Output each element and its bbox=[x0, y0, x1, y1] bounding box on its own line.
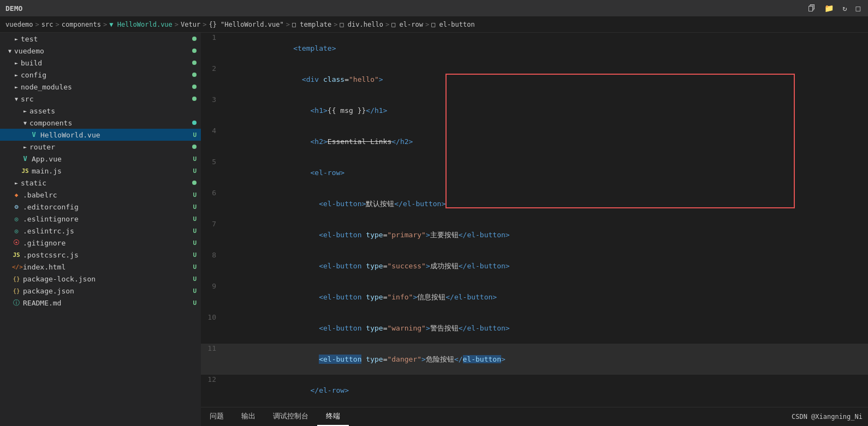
sidebar-item-postcssrc-js[interactable]: JS .postcssrc.js U bbox=[0, 249, 201, 261]
bottom-right-text: CSDN @Xiangning_Ni bbox=[792, 413, 868, 421]
line-content-10[interactable]: <el-button type="warning">警告按钮</el-butto… bbox=[223, 313, 868, 344]
token: 危险按钮 bbox=[426, 355, 454, 363]
line-num-8: 8 bbox=[201, 250, 223, 281]
sidebar-item-config[interactable]: ► config bbox=[0, 69, 201, 81]
sidebar-item-router[interactable]: ► router bbox=[0, 141, 201, 153]
line-content-2[interactable]: <div class="hello"> bbox=[223, 64, 868, 95]
collapse-icon[interactable]: □ bbox=[854, 3, 863, 14]
sidebar-item-helloworld-vue[interactable]: V HelloWorld.vue U bbox=[0, 129, 201, 141]
sidebar-label-src: src bbox=[21, 95, 192, 103]
sidebar-item-editorconfig[interactable]: ⚙ .editorconfig U bbox=[0, 201, 201, 213]
line-content-6[interactable]: <el-button>默认按钮</el-button> bbox=[223, 188, 868, 219]
sidebar-item-package-json[interactable]: {} package.json U bbox=[0, 285, 201, 297]
line-content-8[interactable]: <el-button type="success">成功按钮</el-butto… bbox=[223, 250, 868, 281]
code-line-10: 10 <el-button type="warning">警告按钮</el-bu… bbox=[201, 313, 868, 344]
sidebar-item-readme-md[interactable]: ⓘ README.md U bbox=[0, 297, 201, 309]
sidebar-label-router: router bbox=[29, 143, 192, 151]
token: Essential Links bbox=[328, 137, 391, 146]
line-content-7[interactable]: <el-button type="primary">主要按钮</el-butto… bbox=[223, 219, 868, 250]
eslint-rc-icon: ◎ bbox=[12, 227, 21, 235]
refresh-icon[interactable]: ↻ bbox=[840, 3, 849, 14]
new-folder-icon[interactable]: 📁 bbox=[822, 3, 836, 14]
sidebar-item-babelrc[interactable]: ◆ .babelrc U bbox=[0, 189, 201, 201]
token: <el-button bbox=[319, 293, 361, 301]
code-container[interactable]: 1 <template> 2 <div class="hello"> bbox=[201, 33, 868, 407]
diamond-babelrc-icon: ◆ bbox=[12, 191, 21, 199]
token: "danger" bbox=[387, 355, 421, 363]
sidebar-item-node-modules[interactable]: ► node_modules bbox=[0, 81, 201, 93]
token bbox=[285, 355, 319, 363]
breadcrumb-vuedemo[interactable]: vuedemo bbox=[5, 21, 33, 28]
sidebar-item-build[interactable]: ► build bbox=[0, 57, 201, 69]
line-content-13[interactable]: <ul> bbox=[223, 406, 868, 407]
line-content-12[interactable]: </el-row> bbox=[223, 375, 868, 406]
breadcrumb-helloworld-vue[interactable]: ▼ HelloWorld.vue bbox=[109, 21, 173, 28]
vue-file-icon: V bbox=[29, 131, 38, 139]
status-dot-components bbox=[192, 121, 197, 125]
line-num-13: 13 bbox=[201, 406, 223, 407]
chevron-right-assets-icon: ► bbox=[21, 108, 29, 114]
sidebar-label-eslintrc-js: .eslintrc.js bbox=[23, 227, 193, 235]
token-selected-close: el-button bbox=[463, 355, 501, 363]
sidebar-label-eslintignore: .eslintignore bbox=[23, 215, 193, 223]
json-pkg-icon: {} bbox=[12, 287, 21, 295]
breadcrumb-vetur[interactable]: Vetur bbox=[181, 21, 200, 28]
chevron-right-static-icon: ► bbox=[12, 180, 21, 186]
token bbox=[285, 324, 319, 332]
tab-output[interactable]: 输出 bbox=[233, 407, 264, 426]
sidebar-item-static[interactable]: ► static bbox=[0, 177, 201, 189]
sidebar-item-package-lock-json[interactable]: {} package-lock.json U bbox=[0, 273, 201, 285]
token: </el-button> bbox=[394, 200, 445, 208]
sidebar-item-components[interactable]: ▼ components bbox=[0, 117, 201, 129]
tab-problems[interactable]: 问题 bbox=[201, 407, 233, 426]
js-mainjs-icon: JS bbox=[21, 167, 29, 175]
line-num-4: 4 bbox=[201, 126, 223, 157]
sidebar-item-main-js[interactable]: JS main.js U bbox=[0, 165, 201, 177]
sidebar-item-eslintrc-js[interactable]: ◎ .eslintrc.js U bbox=[0, 225, 201, 237]
sidebar-item-test[interactable]: ► test bbox=[0, 33, 201, 45]
token: "info" bbox=[387, 293, 413, 301]
breadcrumb-src[interactable]: src bbox=[41, 21, 53, 28]
main-layout: ► test ▼ vuedemo ► build ► config ► node… bbox=[0, 33, 868, 426]
breadcrumb-components[interactable]: components bbox=[62, 21, 101, 28]
badge-indexhtml: U bbox=[193, 263, 197, 271]
sidebar-item-eslintignore[interactable]: ◎ .eslintignore U bbox=[0, 213, 201, 225]
sidebar-item-assets[interactable]: ► assets bbox=[0, 105, 201, 117]
line-content-9[interactable]: <el-button type="info">信息按钮</el-button> bbox=[223, 281, 868, 313]
code-line-4: 4 <h2>Essential Links</h2> bbox=[201, 126, 868, 157]
line-num-12: 12 bbox=[201, 375, 223, 406]
tab-problems-label: 问题 bbox=[210, 411, 224, 421]
tab-debug[interactable]: 调试控制台 bbox=[264, 407, 317, 426]
tab-output-label: 输出 bbox=[241, 411, 255, 421]
code-line-11: 11 <el-button type="danger">危险按钮</el-but… bbox=[201, 344, 868, 375]
code-line-2: 2 <div class="hello"> bbox=[201, 64, 868, 95]
token: > bbox=[426, 231, 430, 239]
line-content-4[interactable]: <h2>Essential Links</h2> bbox=[223, 126, 868, 157]
tab-terminal[interactable]: 终端 bbox=[317, 407, 349, 426]
line-content-3[interactable]: <h1>{{ msg }}</h1> bbox=[223, 95, 868, 126]
line-content-1[interactable]: <template> bbox=[223, 33, 868, 64]
breadcrumb-template[interactable]: □ template bbox=[292, 21, 331, 28]
sidebar-label-test: test bbox=[21, 35, 192, 43]
breadcrumb-json[interactable]: {} "HelloWorld.vue" bbox=[209, 21, 283, 28]
sidebar-item-app-vue[interactable]: V App.vue U bbox=[0, 153, 201, 165]
breadcrumb-elbutton[interactable]: □ el-button bbox=[431, 21, 474, 28]
sidebar-label-package-json: package.json bbox=[23, 287, 193, 295]
sidebar-item-gitignore[interactable]: ⦿ .gitignore U bbox=[0, 237, 201, 249]
sidebar-item-src[interactable]: ▼ src bbox=[0, 93, 201, 105]
line-content-11[interactable]: <el-button type="danger">危险按钮</el-button… bbox=[223, 344, 868, 375]
token: <el-button bbox=[319, 262, 361, 270]
sidebar: ► test ▼ vuedemo ► build ► config ► node… bbox=[0, 33, 201, 426]
token: > bbox=[426, 324, 430, 332]
line-num-2: 2 bbox=[201, 64, 223, 95]
breadcrumb-elrow[interactable]: □ el-row bbox=[391, 21, 423, 28]
line-content-5[interactable]: <el-row> bbox=[223, 157, 868, 188]
sidebar-item-vuedemo[interactable]: ▼ vuedemo bbox=[0, 45, 201, 57]
md-readme-icon: ⓘ bbox=[12, 298, 21, 308]
new-file-icon[interactable]: 🗍 bbox=[806, 3, 818, 14]
token: </el-button> bbox=[459, 324, 510, 332]
token: > bbox=[421, 355, 426, 363]
breadcrumb-divhello[interactable]: □ div.hello bbox=[340, 21, 383, 28]
sidebar-item-index-html[interactable]: </> index.html U bbox=[0, 261, 201, 273]
chevron-right-icon: ► bbox=[12, 36, 21, 42]
